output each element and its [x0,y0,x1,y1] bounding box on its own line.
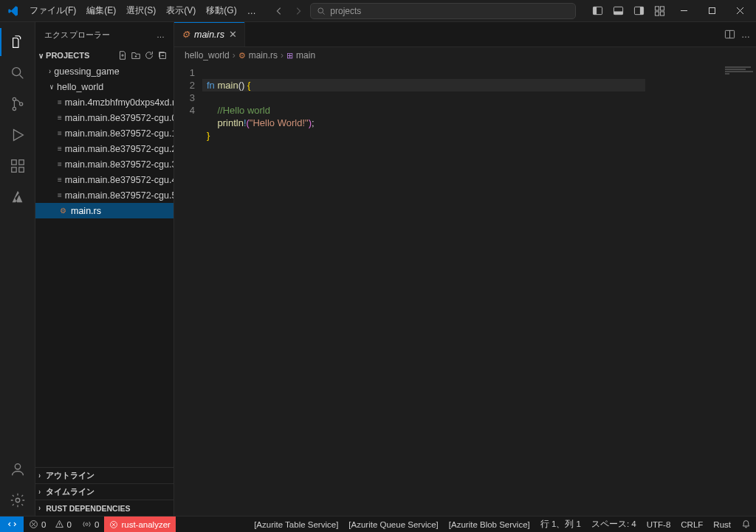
window-maximize-button[interactable] [698,1,725,21]
split-editor-button[interactable] [724,29,735,40]
tabs-row: ⚙ main.rs ✕ … [174,22,756,47]
folder-guessing-game[interactable]: ›guessing_game [35,63,173,79]
activity-explorer[interactable] [0,27,35,58]
refresh-button[interactable] [144,50,154,61]
menu-go[interactable]: 移動(G) [202,2,241,19]
binary-file-icon: ≡ [58,97,62,108]
error-icon [29,519,38,529]
indentation-status[interactable]: スペース: 4 [586,517,642,532]
error-icon [109,520,118,529]
editor-more-actions[interactable]: … [741,30,750,40]
activity-search[interactable] [0,58,35,89]
outline-section[interactable]: › アウトライン [35,467,173,483]
menu-file[interactable]: ファイル(F) [25,2,80,19]
explorer-more-actions[interactable]: … [157,30,165,39]
collapse-all-button[interactable] [157,50,168,61]
azurite-table-status[interactable]: [Azurite Table Service] [249,517,343,532]
tab-close-button[interactable]: ✕ [229,29,237,40]
svg-rect-16 [11,160,16,165]
line-number-gutter: 1 2 3 4 [174,63,202,516]
file-rcgu-3[interactable]: ≡main.main.8e379572-cgu.2.rcgu.o [35,141,173,156]
title-right-controls [588,1,753,21]
file-rcgu-4[interactable]: ≡main.main.8e379572-cgu.3.rcgu.o [35,156,173,172]
rust-file-icon: ⚙ [238,51,246,61]
activity-extensions[interactable] [0,151,35,182]
minimap[interactable] [725,66,755,71]
breadcrumb[interactable]: hello_world › ⚙ main.rs › ⊞ main [174,47,756,63]
activity-accounts[interactable] [0,454,35,485]
bell-icon [741,519,751,529]
ports-indicator[interactable]: 0 [77,517,104,532]
file-tree: ›guessing_game ∨hello_world ≡main.4mzbhf… [35,63,173,218]
language-mode[interactable]: Rust [708,517,736,532]
activity-azure[interactable] [0,182,35,213]
projects-section-header[interactable]: ∨ PROJECTS [35,47,173,63]
file-rcgu-2[interactable]: ≡main.main.8e379572-cgu.1.rcgu.o [35,125,173,141]
toggle-secondary-sidebar-button[interactable] [629,1,648,21]
svg-point-20 [15,464,20,469]
file-main-rs[interactable]: ⚙main.rs [35,203,173,218]
window-close-button[interactable] [726,1,753,21]
svg-rect-10 [660,12,664,15]
code-content[interactable]: fn main() { //Hello world println!("Hell… [202,63,645,516]
rust-analyzer-status[interactable]: rust-analyzer [104,517,175,532]
new-folder-button[interactable] [131,50,141,61]
binary-file-icon: ≡ [58,190,62,201]
toggle-primary-sidebar-button[interactable] [588,1,607,21]
svg-point-25 [86,523,88,525]
svg-rect-7 [655,7,659,10]
svg-rect-19 [18,160,23,165]
file-rcgu-6[interactable]: ≡main.main.8e379572-cgu.5.rcgu.o [35,187,173,203]
breadcrumb-file[interactable]: main.rs [249,50,278,61]
toggle-panel-button[interactable] [608,1,628,21]
main-area: エクスプローラー … ∨ PROJECTS ›guessing_game ∨he… [0,22,756,516]
tab-main-rs[interactable]: ⚙ main.rs ✕ [174,22,245,46]
nav-forward-button[interactable] [291,3,306,19]
activity-settings[interactable] [0,485,35,516]
svg-rect-9 [655,12,659,15]
svg-rect-6 [639,7,643,14]
warning-icon [55,519,64,529]
remote-indicator[interactable] [0,517,24,532]
editor-area: ⚙ main.rs ✕ … hello_world › ⚙ main.rs › … [174,22,756,516]
binary-file-icon: ≡ [58,113,62,123]
notifications-button[interactable] [736,517,756,532]
rust-deps-section[interactable]: › RUST DEPENDENCIES [35,500,173,516]
breadcrumb-folder[interactable]: hello_world [185,50,230,61]
command-center-search[interactable]: projects [310,3,576,19]
azurite-queue-status[interactable]: [Azurite Queue Service] [343,517,443,532]
file-rcgu-0[interactable]: ≡main.4mzbhfmy0dxps4xd.rcgu.o [35,94,173,110]
folder-hello-world[interactable]: ∨hello_world [35,79,173,94]
title-bar: ファイル(F) 編集(E) 選択(S) 表示(V) 移動(G) … projec… [0,0,756,22]
eol-status[interactable]: CRLF [676,517,708,532]
file-rcgu-5[interactable]: ≡main.main.8e379572-cgu.4.rcgu.o [35,172,173,187]
binary-file-icon: ≡ [58,128,62,139]
timeline-section[interactable]: › タイムライン [35,483,173,500]
activity-run-debug[interactable] [0,120,35,151]
antenna-icon [82,519,92,529]
svg-rect-18 [18,167,23,172]
problems-indicator[interactable]: 0 0 [24,517,77,532]
menu-more[interactable]: … [243,4,261,18]
window-minimize-button[interactable] [670,1,697,21]
menu-select[interactable]: 選択(S) [122,2,160,19]
vscode-logo-icon [7,5,19,17]
menu-edit[interactable]: 編集(E) [82,2,120,19]
encoding-status[interactable]: UTF-8 [642,517,676,532]
new-file-button[interactable] [117,50,128,61]
status-bar: 0 0 0 rust-analyzer [Azurite Table Servi… [0,516,756,532]
cursor-position[interactable]: 行 1、列 1 [535,517,586,532]
activity-source-control[interactable] [0,89,35,120]
editor-body[interactable]: 1 2 3 4 fn main() { //Hello world printl… [174,63,756,516]
symbol-function-icon: ⊞ [286,51,293,61]
binary-file-icon: ≡ [58,159,62,170]
menu-view[interactable]: 表示(V) [162,2,200,19]
customize-layout-button[interactable] [650,1,669,21]
svg-rect-11 [709,8,715,14]
file-rcgu-1[interactable]: ≡main.main.8e379572-cgu.0.rcgu.o [35,110,173,125]
binary-file-icon: ≡ [58,175,62,185]
svg-point-13 [13,97,16,100]
breadcrumb-symbol[interactable]: main [296,50,315,61]
nav-back-button[interactable] [272,3,286,19]
azurite-blob-status[interactable]: [Azurite Blob Service] [444,517,535,532]
